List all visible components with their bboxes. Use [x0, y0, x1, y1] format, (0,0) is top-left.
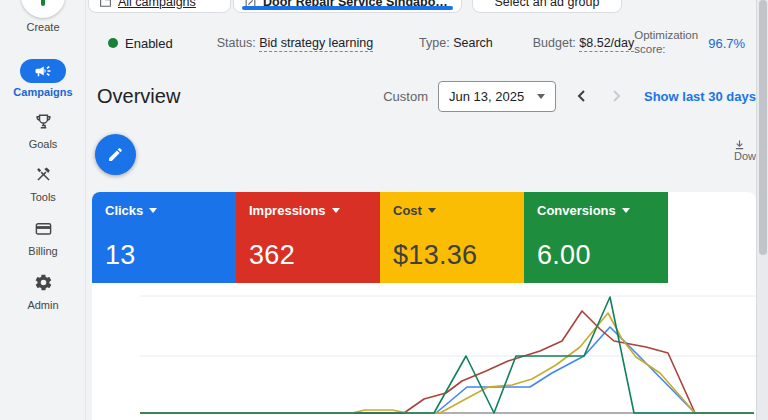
- enabled-status[interactable]: Enabled: [108, 36, 173, 51]
- download-button[interactable]: Download: [734, 139, 758, 162]
- chart-gridlines: [140, 296, 756, 356]
- scorecard-value: 13: [105, 240, 136, 271]
- scorecard-clicks[interactable]: Clicks 13: [92, 192, 236, 283]
- enabled-dot-icon: [108, 38, 118, 48]
- folder-icon: [99, 0, 112, 9]
- sidebar-item-create[interactable]: Create: [0, 0, 86, 33]
- download-icon: [734, 139, 758, 150]
- tab-campaign-active[interactable]: Door Repair Service Singapore ...: [233, 0, 462, 13]
- chevron-down-icon: [428, 208, 436, 213]
- chevron-down-icon: [149, 208, 157, 213]
- status-value[interactable]: Bid strategy learning: [259, 36, 373, 52]
- tab-label: All campaigns: [118, 0, 196, 9]
- sidebar-item-billing[interactable]: Billing: [0, 219, 86, 257]
- campaign-status-bar: Enabled Status: Bid strategy learning Ty…: [86, 26, 756, 60]
- overview-chart-card: Clicks 13 Impressions 362 Cost $13.36 Co…: [92, 192, 756, 420]
- optimization-value: 96.7%: [708, 36, 745, 51]
- scorecard-value: 362: [249, 240, 295, 271]
- scorecard-label: Clicks: [105, 203, 143, 218]
- date-range-type-label: Custom: [383, 89, 428, 104]
- status-field: Status: Bid strategy learning: [217, 36, 373, 50]
- tools-icon: [34, 165, 53, 184]
- sidebar-item-campaigns[interactable]: Campaigns: [0, 59, 86, 98]
- scorecard-label: Cost: [393, 203, 422, 218]
- gear-icon: [34, 273, 53, 292]
- scorecard-row: Clicks 13 Impressions 362 Cost $13.36 Co…: [92, 192, 668, 283]
- chart-line-conversions: [140, 297, 754, 413]
- type-field: Type: Search: [419, 36, 493, 50]
- chevron-down-icon: [622, 208, 630, 213]
- trophy-icon: [34, 112, 53, 131]
- sidebar-item-label: Create: [0, 21, 86, 33]
- sidebar-item-label: Billing: [0, 245, 86, 257]
- chevron-down-icon: [537, 94, 545, 99]
- scorecard-value: 6.00: [537, 240, 591, 271]
- megaphone-icon: [34, 62, 52, 81]
- tab-all-campaigns[interactable]: All campaigns: [88, 0, 231, 13]
- optimization-score[interactable]: Optimization score: 96.7%: [634, 29, 745, 57]
- scorecard-cost[interactable]: Cost $13.36: [380, 192, 524, 283]
- date-value: Jun 13, 2025: [449, 89, 524, 104]
- edit-fab-button[interactable]: [95, 134, 136, 175]
- budget-label: Budget:: [533, 36, 576, 50]
- scorecard-conversions[interactable]: Conversions 6.00: [524, 192, 668, 283]
- campaign-tab-bar: All campaigns Door Repair Service Singap…: [86, 0, 756, 16]
- optimization-label: Optimization score:: [634, 29, 702, 57]
- chart-line-clicks: [140, 327, 754, 413]
- budget-field: Budget: $8.52/day: [533, 36, 635, 50]
- campaigns-active-pill[interactable]: [20, 59, 66, 83]
- sidebar-item-admin[interactable]: Admin: [0, 273, 86, 311]
- button-label: Select an ad group: [495, 0, 600, 9]
- budget-value[interactable]: $8.52/day: [579, 36, 634, 52]
- status-label: Status:: [217, 36, 256, 50]
- select-ad-group-button[interactable]: Select an ad group: [472, 0, 622, 13]
- show-last-30-days-link[interactable]: Show last 30 days: [644, 89, 756, 104]
- pencil-icon: [107, 146, 124, 163]
- chevron-down-icon: [332, 208, 340, 213]
- enabled-label: Enabled: [125, 36, 173, 51]
- previous-period-button[interactable]: [574, 88, 590, 104]
- sidebar-item-label: Goals: [0, 138, 86, 150]
- sidebar-item-tools[interactable]: Tools: [0, 165, 86, 203]
- next-period-button[interactable]: [608, 88, 624, 104]
- vertical-scrollbar[interactable]: [756, 0, 768, 420]
- date-picker[interactable]: Jun 13, 2025: [438, 81, 556, 112]
- download-label: Download: [734, 150, 758, 162]
- sidebar-item-goals[interactable]: Goals: [0, 112, 86, 150]
- chart-line-impressions: [140, 311, 754, 413]
- overview-line-chart[interactable]: [92, 285, 756, 420]
- active-tab-indicator: [242, 6, 453, 10]
- type-label: Type:: [419, 36, 450, 50]
- create-button[interactable]: [21, 0, 65, 18]
- credit-card-icon: [34, 219, 53, 238]
- chart-line-cost: [140, 313, 754, 413]
- sidebar-item-label: Campaigns: [0, 86, 86, 98]
- scorecard-label: Conversions: [537, 203, 616, 218]
- scorecard-impressions[interactable]: Impressions 362: [236, 192, 380, 283]
- scrollbar-thumb[interactable]: [759, 0, 767, 255]
- overview-header: Overview Custom Jun 13, 2025 Show last 3…: [86, 74, 756, 118]
- type-value: Search: [453, 36, 493, 50]
- sidebar-item-label: Admin: [0, 299, 86, 311]
- page-title: Overview: [97, 85, 180, 108]
- chart-series-lines: [140, 297, 754, 413]
- scorecard-label: Impressions: [249, 203, 326, 218]
- sidebar-item-label: Tools: [0, 191, 86, 203]
- scorecard-value: $13.36: [393, 240, 477, 271]
- sidebar: Create Campaigns Goals Tools Billing Adm…: [0, 0, 86, 420]
